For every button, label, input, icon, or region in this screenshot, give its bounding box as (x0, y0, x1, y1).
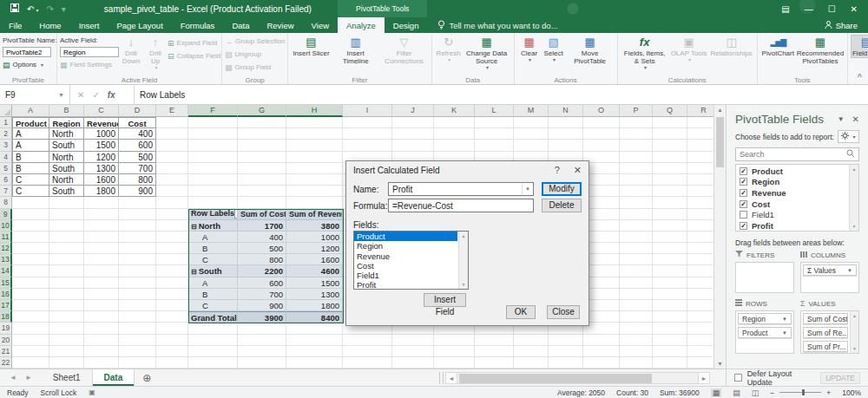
cell-J20[interactable] (392, 335, 434, 346)
cell-G20[interactable] (238, 335, 286, 346)
cell-B2[interactable]: North (49, 128, 84, 140)
modify-button[interactable]: Modify (542, 182, 582, 196)
cell-O1[interactable] (583, 117, 620, 128)
scroll-up-icon[interactable]: ▲ (462, 233, 466, 238)
page-break-view-icon[interactable]: ◫ (752, 388, 760, 397)
cell-L21[interactable] (475, 346, 514, 357)
cell-J22[interactable] (392, 357, 434, 369)
tab-view[interactable]: View (303, 17, 338, 33)
cell-B15[interactable] (49, 277, 84, 289)
row-header-15[interactable]: 15 (0, 277, 12, 289)
cell-H21[interactable] (286, 346, 343, 357)
tab-formulas[interactable]: Formulas (172, 17, 224, 33)
defer-layout-checkbox[interactable] (734, 374, 742, 382)
close-icon[interactable]: ✕ (852, 114, 859, 124)
tab-home[interactable]: Home (30, 17, 69, 33)
relationships-button[interactable]: ◫Relationships (709, 35, 754, 58)
area-chip-sum-of-re[interactable]: Sum of Re...▼ (803, 327, 848, 338)
cell-Q4[interactable] (653, 152, 687, 163)
cell-J1[interactable] (392, 117, 434, 128)
cell-D6[interactable]: 800 (119, 174, 156, 186)
cell-Q13[interactable] (653, 254, 687, 265)
row-header-18[interactable]: 18 (0, 311, 12, 323)
column-header-F[interactable]: F (188, 105, 238, 117)
cell-D7[interactable]: 900 (119, 186, 156, 197)
column-header-Q[interactable]: Q (653, 105, 687, 117)
cell-F3[interactable] (188, 140, 238, 151)
redo-icon[interactable]: ↷ (46, 4, 53, 14)
cancel-entry-icon[interactable]: ✕ (77, 90, 84, 100)
area-chip-region[interactable]: Region▼ (738, 313, 792, 324)
cell-B11[interactable] (49, 232, 84, 243)
sheet-tab-sheet1[interactable]: Sheet1 (42, 369, 93, 386)
cell-Q19[interactable] (653, 323, 687, 334)
cell-M1[interactable] (514, 117, 549, 128)
cell-P9[interactable] (620, 209, 653, 220)
cell-G17[interactable]: 900 (238, 300, 286, 311)
cell-F7[interactable] (188, 186, 238, 197)
cell-E15[interactable] (156, 277, 188, 289)
column-header-C[interactable]: C (84, 105, 119, 117)
cell-C10[interactable] (84, 220, 119, 232)
cell-O2[interactable] (583, 128, 620, 140)
row-header-9[interactable]: 9 (0, 209, 12, 220)
cell-N21[interactable] (549, 346, 583, 357)
cell-D13[interactable] (119, 254, 156, 265)
cell-F20[interactable] (188, 335, 238, 346)
cell-E8[interactable] (156, 197, 188, 208)
active-field-input[interactable] (60, 47, 119, 57)
maximize-icon[interactable]: ☐ (828, 4, 836, 14)
row-header-20[interactable]: 20 (0, 335, 12, 346)
ribbon-display-options-icon[interactable]: ▤ (781, 4, 789, 14)
cell-D8[interactable] (119, 197, 156, 208)
collapse-ribbon-icon[interactable]: ^ (858, 72, 862, 81)
zoom-slider[interactable] (779, 392, 821, 393)
cell-C20[interactable] (84, 335, 119, 346)
cell-G22[interactable] (238, 357, 286, 369)
cell-F16[interactable]: B (188, 289, 238, 300)
column-header-K[interactable]: K (434, 105, 475, 117)
normal-view-icon[interactable]: ▦ (711, 388, 722, 397)
cell-F5[interactable] (188, 163, 238, 174)
checkbox-profit[interactable]: ✓ (740, 222, 747, 230)
cell-F4[interactable] (188, 152, 238, 163)
cell-G19[interactable] (238, 323, 286, 334)
cell-J2[interactable] (392, 128, 434, 140)
cell-A19[interactable] (12, 323, 49, 334)
cell-B7[interactable]: South (49, 186, 84, 197)
cell-P2[interactable] (620, 128, 653, 140)
cell-B10[interactable] (49, 220, 84, 232)
insert-function-icon[interactable]: fx (108, 90, 115, 100)
cell-I20[interactable] (343, 335, 392, 346)
cell-B14[interactable] (49, 265, 84, 277)
cell-M20[interactable] (514, 335, 549, 346)
vertical-scroll-thumb[interactable] (716, 117, 724, 167)
cell-B16[interactable] (49, 289, 84, 300)
cell-G10[interactable]: 1700 (238, 220, 286, 232)
cell-G16[interactable]: 700 (238, 289, 286, 300)
field-list-scrollbar[interactable]: ▲▼ (849, 165, 858, 231)
cell-R4[interactable] (687, 152, 713, 163)
cell-R17[interactable] (687, 300, 713, 311)
row-header-1[interactable]: 1 (0, 117, 12, 128)
scroll-down-icon[interactable]: ▼ (852, 224, 857, 229)
scroll-down-icon[interactable]: ▼ (714, 361, 726, 367)
cell-G3[interactable] (238, 140, 286, 151)
cell-D17[interactable] (119, 300, 156, 311)
row-header-7[interactable]: 7 (0, 186, 12, 197)
zoom-slider-thumb[interactable] (802, 389, 805, 395)
cell-Q18[interactable] (653, 311, 687, 323)
cell-D22[interactable] (119, 357, 156, 369)
cell-C21[interactable] (84, 346, 119, 357)
select-all-corner[interactable] (0, 105, 12, 117)
cell-C14[interactable] (84, 265, 119, 277)
column-header-A[interactable]: A (12, 105, 49, 117)
column-header-D[interactable]: D (119, 105, 156, 117)
ok-button[interactable]: OK (506, 305, 536, 319)
filter-connections-button[interactable]: ▽Filter Connections (380, 35, 429, 66)
drill-down-button[interactable]: ↓ Drill Down (119, 35, 143, 66)
cell-R13[interactable] (687, 254, 713, 265)
row-header-16[interactable]: 16 (0, 289, 12, 300)
row-header-5[interactable]: 5 (0, 163, 12, 174)
cell-F8[interactable] (188, 197, 238, 208)
